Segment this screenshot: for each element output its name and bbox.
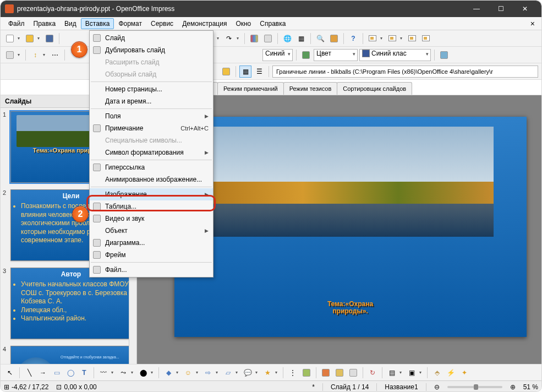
zoom-in-button[interactable]: ⊕: [510, 383, 516, 391]
shadow-button[interactable]: [438, 49, 450, 61]
gallery-view-list[interactable]: ☰: [253, 66, 265, 78]
redo-button[interactable]: ↷: [223, 32, 235, 45]
menu-file[interactable]: Файл: [4, 18, 29, 29]
arrow-tool[interactable]: →: [37, 367, 49, 379]
line-pattern-button[interactable]: ⋯: [49, 49, 61, 61]
menu-view[interactable]: Вид: [60, 18, 81, 29]
line-style-select[interactable]: Синий: [262, 49, 293, 61]
line-color-button[interactable]: [4, 49, 16, 61]
zoom-button[interactable]: 🔍: [314, 32, 326, 45]
ellipse-tool[interactable]: ◯: [64, 367, 76, 379]
insert-menu-item-14[interactable]: Видео и звук: [90, 213, 213, 225]
tab-handout[interactable]: Режим тезисов: [283, 82, 338, 95]
submenu-arrow-icon: ▶: [205, 113, 209, 119]
arrow-style-button[interactable]: ↕: [29, 49, 41, 61]
select-tool[interactable]: ↖: [4, 367, 16, 379]
app-icon: [5, 4, 14, 13]
callouts-tool[interactable]: 💬: [242, 367, 254, 379]
table-button[interactable]: [262, 32, 274, 45]
tab-notes[interactable]: Режим примечаний: [217, 82, 284, 95]
block-arrows-tool[interactable]: ⇨: [202, 367, 214, 379]
zoom-value[interactable]: 51 %: [523, 383, 538, 391]
tab-sorter[interactable]: Сортировщик слайдов: [337, 82, 412, 95]
stars-tool[interactable]: ★: [261, 367, 273, 379]
menu-item-shortcut: Ctrl+Alt+C: [180, 125, 209, 132]
insert-menu-item-12[interactable]: Изображение▶: [90, 188, 213, 200]
insert-menu-item-10[interactable]: Гиперссылка: [90, 161, 213, 173]
menu-slideshow[interactable]: Демонстрация: [178, 18, 231, 29]
interaction-tool[interactable]: ⚡: [445, 367, 457, 379]
gallery-new-button[interactable]: [220, 66, 232, 78]
fontwork-tool[interactable]: [320, 367, 332, 379]
animation-tool[interactable]: ✦: [458, 367, 470, 379]
slide-button-2[interactable]: [386, 32, 398, 45]
text-tool[interactable]: T: [78, 367, 90, 379]
frame-icon: [92, 250, 102, 260]
insert-menu-item-15[interactable]: Объект▶: [90, 225, 213, 237]
insert-menu-item-0[interactable]: Слайд: [90, 32, 213, 44]
align-tool[interactable]: ▤: [386, 367, 398, 379]
chart-button[interactable]: [248, 32, 260, 45]
insert-menu-item-3: Обзорный слайд: [90, 68, 213, 80]
menu-window[interactable]: Окно: [231, 18, 255, 29]
fill-button[interactable]: [300, 49, 312, 61]
menu-help[interactable]: Справка: [255, 18, 290, 29]
extrusion-tool[interactable]: ⬘: [431, 367, 443, 379]
arrange-tool[interactable]: ▣: [406, 367, 418, 379]
insert-menu-item-13[interactable]: Таблица...: [90, 200, 213, 213]
menu-edit[interactable]: Правка: [29, 18, 61, 29]
menu-item-label: Гиперссылка: [105, 164, 209, 171]
zoom-slider[interactable]: [447, 386, 502, 388]
basic-shapes-tool[interactable]: ◆: [162, 367, 174, 379]
slide-canvas[interactable]: Тема:«Охрана природы».: [174, 117, 527, 337]
points-tool[interactable]: ⋮: [287, 367, 299, 379]
insert-menu-item-1[interactable]: Дублировать слайд: [90, 44, 213, 56]
nav-button[interactable]: [328, 32, 340, 45]
shapes-3d-tool[interactable]: ⬤: [137, 367, 149, 379]
connector-tool[interactable]: ⤳: [117, 367, 129, 379]
menu-insert[interactable]: Вставка: [81, 18, 114, 29]
insert-menu-item-11[interactable]: Анимированное изображение...: [90, 173, 213, 186]
gallery-tool[interactable]: [347, 367, 359, 379]
flowchart-tool[interactable]: ▱: [222, 367, 234, 379]
help-button[interactable]: ?: [347, 32, 359, 45]
menu-format[interactable]: Формат: [114, 18, 146, 29]
fill-color-select[interactable]: Синий клас: [359, 49, 431, 61]
symbol-shapes-tool[interactable]: ☺: [182, 367, 194, 379]
slide-thumb-4[interactable]: 4 Отгадайте и глобусная загадка...: [4, 346, 125, 364]
insert-menu-item-16[interactable]: Диаграмма...: [90, 237, 213, 249]
insert-menu-item-4[interactable]: Номер страницы...: [90, 83, 213, 95]
new-doc-button[interactable]: [4, 32, 16, 45]
hyperlink-button[interactable]: 🌐: [281, 32, 293, 45]
maximize-button[interactable]: ☐: [489, 1, 513, 17]
menu-tools[interactable]: Сервис: [146, 18, 178, 29]
line-tool[interactable]: ╲: [23, 367, 35, 379]
insert-menu-item-5[interactable]: Дата и время...: [90, 95, 213, 107]
insert-menu-item-17[interactable]: Фрейм: [90, 249, 213, 261]
insert-menu-item-9[interactable]: Символ форматирования▶: [90, 146, 213, 159]
slide-button-4[interactable]: [420, 32, 432, 45]
close-button[interactable]: ✕: [513, 1, 537, 17]
zoom-out-button[interactable]: ⊖: [434, 383, 440, 391]
slide-title-text[interactable]: Тема:«Охрана природы».: [174, 301, 527, 315]
gallery-view-icons[interactable]: ▦: [239, 66, 251, 78]
slide-button-1[interactable]: [366, 32, 379, 45]
rect-tool[interactable]: ▭: [51, 367, 63, 379]
insert-menu-item-7[interactable]: ПримечаниеCtrl+Alt+C: [90, 122, 213, 134]
curve-tool[interactable]: 〰: [97, 367, 110, 379]
insert-menu-item-18[interactable]: Файл...: [90, 264, 213, 276]
slide-button-3[interactable]: [406, 32, 418, 45]
open-button[interactable]: [24, 32, 36, 45]
fill-mode-value: Цвет: [316, 50, 331, 57]
rotate-tool[interactable]: ↻: [366, 367, 379, 379]
glue-tool[interactable]: [300, 367, 313, 379]
slide-thumb-3[interactable]: 3 АвторУчитель начальных классов ФМОУ СО…: [4, 268, 125, 339]
grid-button[interactable]: ▦: [295, 32, 307, 45]
save-button[interactable]: [43, 32, 56, 45]
insert-menu-item-6[interactable]: Поля▶: [90, 110, 213, 122]
fill-mode-select[interactable]: Цвет: [314, 49, 358, 61]
menu-item-label: Дублировать слайд: [105, 46, 209, 54]
close-document-button[interactable]: ×: [527, 19, 538, 28]
from-file-tool[interactable]: [333, 367, 346, 379]
minimize-button[interactable]: —: [464, 1, 489, 17]
